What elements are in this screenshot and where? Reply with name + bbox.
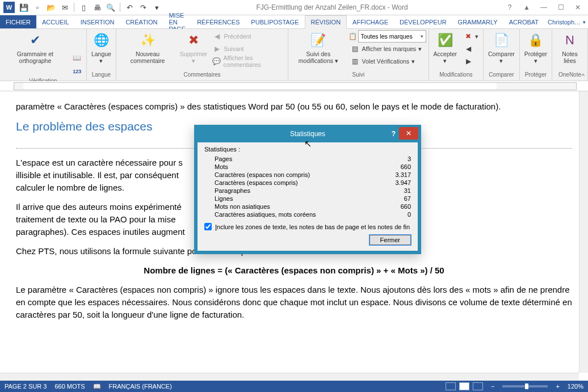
tab-affichage[interactable]: AFFICHAGE [347,15,394,28]
tab-grammarly[interactable]: GRAMMARLY [452,15,503,28]
status-bar: PAGE 2 SUR 3 660 MOTS 📖 FRANÇAIS (FRANCE… [0,381,588,392]
lock-icon: 🔒 [527,31,545,49]
redo-icon[interactable]: ↷ [137,2,149,13]
show-comments-button[interactable]: 💬Afficher les commentaires [210,55,285,68]
close-window-icon[interactable]: ✕ [570,2,586,13]
onenote-button[interactable]: N Notes liées [555,30,585,65]
next-change-icon: ▶ [464,57,473,66]
stat-label: Caractères (espaces compris) [215,179,298,186]
wordcount-button[interactable]: 123 [70,65,84,78]
tab-developpeur[interactable]: DÉVELOPPEUR [394,15,452,28]
tab-fichier[interactable]: FICHIER [0,15,36,28]
zoom-slider[interactable] [502,385,548,387]
zoom-level[interactable]: 120% [568,383,583,390]
stat-value: 3 [408,155,411,162]
word-count[interactable]: 660 MOTS [54,383,85,390]
show-markup-button[interactable]: ▤Afficher les marques ▾ [348,43,426,55]
compare-button[interactable]: 📄 Comparer▾ [486,30,517,65]
tab-mise-en-page[interactable]: MISE EN PAGE [163,15,191,28]
tab-acrobat[interactable]: ACROBAT [503,15,544,28]
stat-row: Pages3 [204,155,411,163]
quick-access-toolbar: 💾 ▫ 📂 ✉ ▯ 🖶 🔍 ↶ ↷ ▾ [18,2,162,13]
stat-label: Mots [215,163,228,170]
stat-row: Caractères (espaces non compris)3.317 [204,171,411,179]
zoom-out-icon[interactable]: − [491,383,494,390]
stat-value: 3.317 [395,171,411,178]
prev-comment-button[interactable]: ◀Précédent [210,30,285,43]
mail-icon[interactable]: ✉ [59,2,70,13]
ribbon-display-icon[interactable]: ▲ [519,2,535,13]
protect-button[interactable]: 🔒 Protéger▾ [522,30,549,65]
markup-display-combo[interactable]: Toutes les marques [358,30,426,43]
prev-icon: ◀ [212,32,221,41]
track-changes-button[interactable]: 📝 Suivi des modifications ▾ [291,30,346,65]
title-bar: W 💾 ▫ 📂 ✉ ▯ 🖶 🔍 ↶ ↷ ▾ FJG-Ermittlung der… [0,0,588,15]
vertical-scrollbar[interactable] [579,91,588,373]
compare-icon: 📄 [492,31,510,49]
tab-accueil[interactable]: ACCUEIL [36,15,75,28]
print-layout-icon[interactable] [459,382,469,390]
close-button[interactable]: Fermer [369,235,411,245]
read-mode-icon[interactable] [446,382,456,390]
tab-publipostage[interactable]: PUBLIPOSTAGE [245,15,304,28]
tab-insertion[interactable]: INSERTION [75,15,120,28]
stat-row: Caractères asiatiques, mots coréens0 [204,210,411,218]
save-icon[interactable]: 💾 [18,2,30,13]
markup-icon: 📋 [348,32,357,40]
reviewing-pane-button[interactable]: ▥Volet Vérifications ▾ [348,55,426,68]
minimize-icon[interactable]: — [536,2,552,13]
stat-label: Lignes [215,195,233,202]
ribbon-collapse-icon[interactable]: ^ [582,73,585,79]
stat-value: 660 [401,163,411,170]
tab-references[interactable]: RÉFÉRENCES [191,15,245,28]
zoom-in-icon[interactable]: + [556,383,559,390]
stat-row: Lignes67 [204,195,411,203]
horizontal-ruler[interactable] [0,81,588,91]
language-button[interactable]: 🌐 Langue▾ [89,30,114,65]
next-comment-button[interactable]: ▶Suivant [210,43,285,55]
next-change-button[interactable]: ▶ [461,55,481,68]
print-icon[interactable]: 🖶 [91,2,103,13]
checkbox-input[interactable] [204,223,212,230]
comment-new-icon: ✨ [138,31,157,49]
stat-value: 660 [401,203,411,210]
stat-label: Paragraphes [215,187,250,194]
prev-change-button[interactable]: ◀ [461,43,481,55]
horizontal-scrollbar[interactable] [0,373,579,381]
dialog-close-icon[interactable]: ✕ [399,127,418,140]
ribbon: ✔ Grammaire et orthographe 📖 123 Vérific… [0,29,588,81]
thesaurus-button[interactable]: 📖 [70,52,84,64]
tab-revision[interactable]: RÉVISION [305,15,347,29]
tab-creation[interactable]: CRÉATION [120,15,163,28]
thesaurus-icon: 📖 [73,53,82,62]
window-title: FJG-Ermittlung der Anzahl Zeilen_FR.docx… [162,3,502,11]
open-icon[interactable]: 📂 [45,2,57,13]
stat-row: Caractères (espaces compris)3.947 [204,179,411,187]
prev-change-icon: ◀ [464,44,473,53]
stat-row: Mots non asiatiques660 [204,203,411,210]
undo-icon[interactable]: ↶ [124,2,135,13]
web-layout-icon[interactable] [473,382,483,390]
reject-button[interactable]: ✖▾ [461,30,481,43]
spellcheck-button[interactable]: ✔ Grammaire et orthographe [2,30,68,65]
accept-button[interactable]: ✅ Accepter▾ [431,30,459,65]
include-textboxes-checkbox[interactable]: Inclure les zones de texte, les notes de… [204,223,411,230]
new-comment-button[interactable]: ✨ Nouveau commentaire [119,30,177,65]
stat-row: Paragraphes31 [204,187,411,195]
page-indicator[interactable]: PAGE 2 SUR 3 [5,383,47,390]
stat-value: 0 [408,211,411,218]
account-menu[interactable]: Christoph… ▾ [544,15,588,28]
delete-comment-button[interactable]: ✖ Supprimer▾ [179,30,208,65]
spellcheck-icon: ✔ [26,31,44,49]
new-icon[interactable]: ▫ [32,2,43,13]
dialog-help-icon[interactable]: ? [392,130,396,138]
preview-icon[interactable]: 🔍 [105,2,116,13]
maximize-icon[interactable]: ☐ [553,2,569,13]
qat-more-icon[interactable]: ▾ [151,2,162,13]
dialog-titlebar[interactable]: Statistiques ? ✕ [195,125,421,142]
language-indicator[interactable]: FRANÇAIS (FRANCE) [109,383,172,390]
spellcheck-status-icon[interactable]: 📖 [93,383,101,390]
orientation-icon[interactable]: ▯ [78,2,89,13]
help-icon[interactable]: ? [502,2,518,13]
next-icon: ▶ [212,44,221,53]
